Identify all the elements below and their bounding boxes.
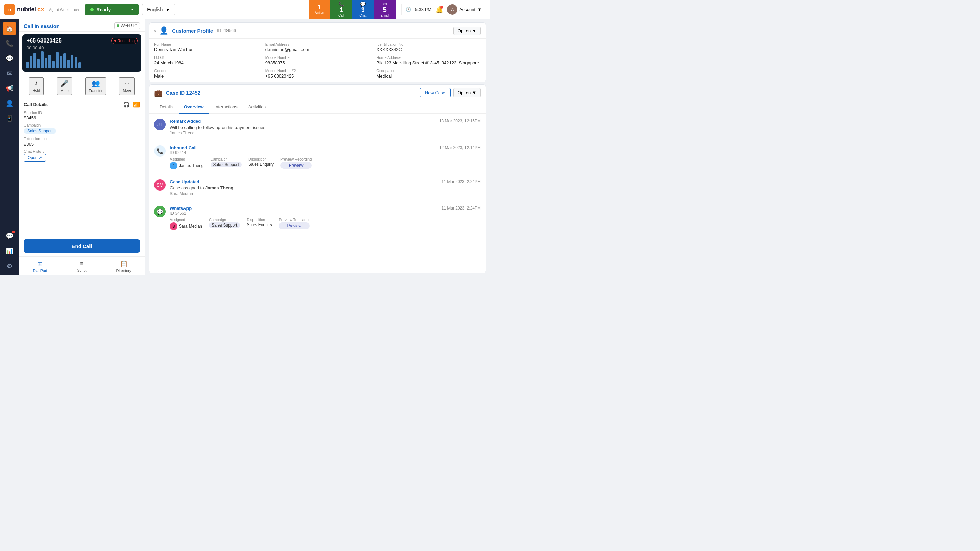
call-details-title: Call Details [24, 102, 48, 107]
sidebar-chat-icon[interactable]: 💬 [3, 52, 16, 65]
icon-sidebar: 🏠 📞 💬 ✉ 📢 👤 📱 💬 📊 ⚙ [0, 19, 19, 275]
whatsapp-assignee-name: Sara Median [179, 224, 202, 229]
case-option-button[interactable]: Option ▼ [453, 88, 481, 97]
back-arrow-icon[interactable]: ‹ [154, 27, 156, 34]
campaign-badge: Sales Support [24, 128, 56, 134]
eq-bar-4 [37, 59, 40, 68]
session-id-label: Session ID [24, 111, 140, 114]
eq-bar-11 [63, 53, 66, 68]
directory-icon: 📋 [120, 260, 127, 268]
more-button[interactable]: ··· More [119, 77, 134, 95]
call-timer: 00:00:40 [27, 45, 44, 50]
case-update-content: Case Updated Case assigned to James Then… [170, 179, 438, 196]
sidebar-email-icon[interactable]: ✉ [3, 67, 16, 80]
inbound-campaign-field: Campaign Sales Support [211, 157, 242, 169]
language-label: English [147, 7, 163, 12]
session-id-value: 83456 [24, 115, 140, 121]
mute-button[interactable]: 🎤 Mute [57, 77, 72, 95]
external-link-icon: ↗ [39, 156, 42, 160]
occupation-label: Occupation [376, 69, 481, 73]
clock-icon: 🕐 [406, 7, 411, 12]
eq-bar-13 [71, 56, 73, 68]
chat-label: Chat [360, 14, 366, 17]
transfer-button[interactable]: 👥 Transfer [86, 77, 106, 95]
inbound-call-title: Inbound Call [170, 145, 435, 150]
call-icon: 📞 [338, 2, 344, 7]
eq-bar-8 [52, 61, 55, 68]
tab-activities[interactable]: Activities [243, 101, 271, 114]
right-panel: ‹ 👤 Customer Profile ID 234566 Option ▼ … [145, 19, 490, 275]
chat-history-label: Chat History [24, 149, 140, 153]
remark-text: Will be calling to follow up on his paym… [170, 125, 435, 130]
hold-button[interactable]: ♪ Hold [29, 77, 43, 95]
sidebar-home-icon[interactable]: 🏠 [3, 22, 16, 35]
sidebar-broadcast-icon[interactable]: 📢 [3, 82, 16, 95]
campaign-row: Campaign Sales Support [24, 123, 140, 134]
tab-dialpad[interactable]: ⊞ Dial Pad [19, 259, 61, 274]
inbound-assignee-name: James Theng [179, 163, 204, 168]
campaign-value: Sales Support [24, 128, 140, 134]
inbound-campaign-value: Sales Support [211, 162, 242, 167]
case-update-text: Case assigned to James Theng [170, 185, 438, 191]
email-label: Email [380, 14, 389, 17]
end-call-button[interactable]: End Call [24, 239, 140, 253]
headset-icon: 🎧 [123, 102, 130, 108]
whatsapp-assigned-user: S Sara Median [170, 222, 202, 230]
email-count: 5 [383, 7, 387, 13]
status-button[interactable]: Ready ▼ [85, 4, 139, 15]
sidebar-notifications-icon[interactable]: 💬 [3, 229, 16, 243]
inbound-call-time: 12 Mar 2023, 12:14PM [439, 145, 481, 150]
active-counter[interactable]: 1 Active [309, 0, 331, 19]
sidebar-dialpad-icon[interactable]: 📱 [3, 111, 16, 125]
whatsapp-campaign-value: Sales Support [209, 222, 240, 228]
inbound-disposition-label: Disposition [248, 157, 274, 161]
sidebar-contacts-icon[interactable]: 👤 [3, 97, 16, 110]
email-counter[interactable]: ✉ 5 Email [374, 0, 396, 19]
sidebar-settings-icon[interactable]: ⚙ [3, 259, 16, 273]
whatsapp-preview-button[interactable]: Preview [279, 222, 309, 229]
tab-interactions[interactable]: Interactions [209, 101, 243, 114]
dialpad-label: Dial Pad [33, 269, 47, 273]
nav-right: 🕐 5:38 PM 🔔 A Account ▼ [401, 5, 486, 14]
profile-option-button[interactable]: Option ▼ [453, 27, 481, 35]
chat-count: 3 [361, 7, 365, 13]
id-no-label: Identification No. [376, 42, 481, 46]
inbound-preview-button[interactable]: Preview [280, 162, 312, 169]
notification-badge [12, 230, 15, 233]
eq-bar-12 [67, 60, 70, 68]
notification-bell[interactable]: 🔔 [436, 6, 443, 13]
eq-bar-14 [75, 57, 77, 68]
recording-badge: Recording [111, 38, 138, 44]
webrtc-dot [117, 24, 119, 27]
case-header: 💼 Case ID 12452 New Case Option ▼ [150, 85, 485, 101]
tab-script[interactable]: ≡ Script [61, 259, 103, 274]
recording-label: Recording [118, 39, 135, 43]
case-actions: New Case Option ▼ [420, 88, 481, 97]
case-update-author: Sara Median [170, 191, 438, 196]
eq-bar-1 [26, 62, 29, 68]
email-value: dennistan@gmail.com [266, 47, 370, 52]
whatsapp-title-text: WhatsApp [170, 206, 192, 211]
fullname-value: Dennis Tan Wai Lun [154, 47, 259, 52]
whatsapp-disposition-label: Disposition [247, 218, 272, 222]
tab-overview[interactable]: Overview [179, 101, 209, 114]
account-button[interactable]: A Account ▼ [447, 5, 482, 14]
remark-title: Remark Added [170, 119, 435, 124]
sidebar-analytics-icon[interactable]: 📊 [3, 244, 16, 258]
open-chat-button[interactable]: Open ↗ [24, 154, 46, 162]
case-tabs: Details Overview Interactions Activities [150, 101, 485, 114]
tab-directory[interactable]: 📋 Directory [103, 259, 145, 274]
sidebar-phone-icon[interactable]: 📞 [3, 37, 16, 50]
profile-field-dob: D.O.B 24 March 1984 [154, 56, 259, 65]
new-case-button[interactable]: New Case [420, 88, 450, 97]
whatsapp-disposition-field: Disposition Sales Enquiry [247, 218, 272, 230]
whatsapp-title-row: WhatsApp [170, 206, 438, 211]
case-section: 💼 Case ID 12452 New Case Option ▼ Detail… [149, 84, 486, 273]
chat-counter[interactable]: 💬 3 Chat [352, 0, 374, 19]
whatsapp-preview-field: Preview Transcript Preview [279, 218, 309, 230]
call-counter[interactable]: 📞 1 Call [331, 0, 352, 19]
tab-details[interactable]: Details [154, 101, 179, 114]
profile-field-address: Home Address Blk 123 Marsilling Street #… [376, 56, 481, 65]
language-button[interactable]: English ▼ [142, 4, 175, 15]
mobile2-label: Mobile Number #2 [266, 69, 370, 73]
